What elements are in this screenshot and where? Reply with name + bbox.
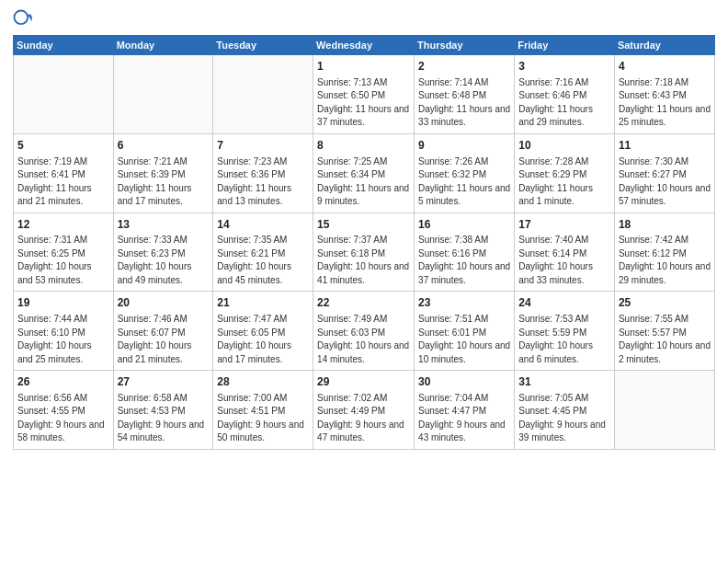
day-detail: Sunrise: 7:37 AM Sunset: 6:18 PM Dayligh… bbox=[317, 234, 410, 287]
calendar-cell: 15Sunrise: 7:37 AM Sunset: 6:18 PM Dayli… bbox=[313, 213, 415, 292]
day-number: 8 bbox=[317, 138, 410, 154]
weekday-header-row: SundayMondayTuesdayWednesdayThursdayFrid… bbox=[14, 36, 715, 55]
weekday-header-tuesday: Tuesday bbox=[213, 36, 313, 55]
weekday-header-saturday: Saturday bbox=[614, 36, 714, 55]
svg-point-0 bbox=[14, 10, 28, 24]
day-detail: Sunrise: 7:51 AM Sunset: 6:01 PM Dayligh… bbox=[418, 313, 510, 366]
day-detail: Sunrise: 7:02 AM Sunset: 4:49 PM Dayligh… bbox=[317, 392, 410, 445]
day-detail: Sunrise: 7:42 AM Sunset: 6:12 PM Dayligh… bbox=[619, 234, 711, 287]
day-number: 18 bbox=[619, 217, 711, 233]
day-number: 7 bbox=[217, 138, 309, 154]
day-detail: Sunrise: 7:05 AM Sunset: 4:45 PM Dayligh… bbox=[518, 392, 610, 445]
day-number: 24 bbox=[518, 295, 610, 311]
calendar-cell bbox=[213, 55, 313, 134]
day-number: 22 bbox=[317, 295, 410, 311]
logo-icon bbox=[13, 9, 33, 29]
logo bbox=[13, 9, 37, 29]
calendar-cell: 27Sunrise: 6:58 AM Sunset: 4:53 PM Dayli… bbox=[113, 371, 213, 450]
day-number: 31 bbox=[518, 374, 610, 390]
calendar-cell: 13Sunrise: 7:33 AM Sunset: 6:23 PM Dayli… bbox=[113, 213, 213, 292]
day-number: 20 bbox=[118, 295, 210, 311]
weekday-header-sunday: Sunday bbox=[14, 36, 114, 55]
day-detail: Sunrise: 7:35 AM Sunset: 6:21 PM Dayligh… bbox=[217, 234, 309, 287]
week-row-4: 26Sunrise: 6:56 AM Sunset: 4:55 PM Dayli… bbox=[14, 371, 715, 450]
calendar-cell: 26Sunrise: 6:56 AM Sunset: 4:55 PM Dayli… bbox=[14, 371, 114, 450]
day-detail: Sunrise: 7:04 AM Sunset: 4:47 PM Dayligh… bbox=[418, 392, 510, 445]
calendar-cell: 5Sunrise: 7:19 AM Sunset: 6:41 PM Daylig… bbox=[14, 133, 114, 213]
day-number: 15 bbox=[317, 217, 410, 233]
weekday-header-monday: Monday bbox=[113, 36, 213, 55]
day-detail: Sunrise: 7:19 AM Sunset: 6:41 PM Dayligh… bbox=[17, 155, 109, 209]
day-number: 16 bbox=[418, 217, 510, 233]
weekday-header-wednesday: Wednesday bbox=[313, 36, 415, 55]
day-number: 1 bbox=[317, 59, 410, 75]
calendar-cell: 8Sunrise: 7:25 AM Sunset: 6:34 PM Daylig… bbox=[313, 133, 415, 213]
calendar-cell: 4Sunrise: 7:18 AM Sunset: 6:43 PM Daylig… bbox=[614, 55, 714, 134]
day-detail: Sunrise: 7:33 AM Sunset: 6:23 PM Dayligh… bbox=[118, 234, 210, 287]
calendar-cell: 6Sunrise: 7:21 AM Sunset: 6:39 PM Daylig… bbox=[113, 133, 213, 213]
week-row-1: 5Sunrise: 7:19 AM Sunset: 6:41 PM Daylig… bbox=[14, 133, 715, 213]
day-number: 2 bbox=[418, 59, 510, 75]
day-number: 14 bbox=[217, 217, 309, 233]
day-detail: Sunrise: 7:25 AM Sunset: 6:34 PM Dayligh… bbox=[317, 155, 410, 209]
day-detail: Sunrise: 7:31 AM Sunset: 6:25 PM Dayligh… bbox=[17, 234, 109, 287]
day-detail: Sunrise: 7:14 AM Sunset: 6:48 PM Dayligh… bbox=[418, 76, 510, 130]
day-detail: Sunrise: 7:53 AM Sunset: 5:59 PM Dayligh… bbox=[518, 313, 610, 366]
calendar-cell: 12Sunrise: 7:31 AM Sunset: 6:25 PM Dayli… bbox=[14, 213, 114, 292]
weekday-header-friday: Friday bbox=[515, 36, 615, 55]
day-number: 26 bbox=[17, 374, 109, 390]
day-number: 10 bbox=[518, 138, 610, 154]
week-row-0: 1Sunrise: 7:13 AM Sunset: 6:50 PM Daylig… bbox=[14, 55, 715, 134]
calendar-cell: 7Sunrise: 7:23 AM Sunset: 6:36 PM Daylig… bbox=[213, 133, 313, 213]
day-number: 21 bbox=[217, 295, 309, 311]
day-number: 19 bbox=[17, 295, 109, 311]
day-number: 12 bbox=[17, 217, 109, 233]
calendar-cell: 14Sunrise: 7:35 AM Sunset: 6:21 PM Dayli… bbox=[213, 213, 313, 292]
day-detail: Sunrise: 7:44 AM Sunset: 6:10 PM Dayligh… bbox=[17, 313, 109, 366]
day-detail: Sunrise: 7:49 AM Sunset: 6:03 PM Dayligh… bbox=[317, 313, 410, 366]
header bbox=[13, 9, 715, 29]
calendar-cell: 10Sunrise: 7:28 AM Sunset: 6:29 PM Dayli… bbox=[515, 133, 615, 213]
calendar-cell: 28Sunrise: 7:00 AM Sunset: 4:51 PM Dayli… bbox=[213, 371, 313, 450]
calendar-cell: 11Sunrise: 7:30 AM Sunset: 6:27 PM Dayli… bbox=[614, 133, 714, 213]
day-detail: Sunrise: 7:46 AM Sunset: 6:07 PM Dayligh… bbox=[118, 313, 210, 366]
calendar-table: SundayMondayTuesdayWednesdayThursdayFrid… bbox=[13, 35, 715, 450]
calendar-cell bbox=[14, 55, 114, 134]
calendar-cell: 20Sunrise: 7:46 AM Sunset: 6:07 PM Dayli… bbox=[113, 292, 213, 371]
day-number: 5 bbox=[17, 138, 109, 154]
day-detail: Sunrise: 7:21 AM Sunset: 6:39 PM Dayligh… bbox=[118, 155, 210, 209]
day-detail: Sunrise: 7:40 AM Sunset: 6:14 PM Dayligh… bbox=[518, 234, 610, 287]
calendar-cell: 25Sunrise: 7:55 AM Sunset: 5:57 PM Dayli… bbox=[614, 292, 714, 371]
day-detail: Sunrise: 6:56 AM Sunset: 4:55 PM Dayligh… bbox=[17, 392, 109, 445]
calendar-cell: 22Sunrise: 7:49 AM Sunset: 6:03 PM Dayli… bbox=[313, 292, 415, 371]
day-detail: Sunrise: 7:16 AM Sunset: 6:46 PM Dayligh… bbox=[518, 76, 610, 130]
day-detail: Sunrise: 7:55 AM Sunset: 5:57 PM Dayligh… bbox=[619, 313, 711, 366]
day-number: 3 bbox=[518, 59, 610, 75]
week-row-3: 19Sunrise: 7:44 AM Sunset: 6:10 PM Dayli… bbox=[14, 292, 715, 371]
day-number: 17 bbox=[518, 217, 610, 233]
day-detail: Sunrise: 6:58 AM Sunset: 4:53 PM Dayligh… bbox=[118, 392, 210, 445]
day-number: 4 bbox=[619, 59, 711, 75]
day-detail: Sunrise: 7:47 AM Sunset: 6:05 PM Dayligh… bbox=[217, 313, 309, 366]
page-container: SundayMondayTuesdayWednesdayThursdayFrid… bbox=[0, 0, 728, 459]
calendar-cell: 19Sunrise: 7:44 AM Sunset: 6:10 PM Dayli… bbox=[14, 292, 114, 371]
calendar-cell: 17Sunrise: 7:40 AM Sunset: 6:14 PM Dayli… bbox=[515, 213, 615, 292]
day-detail: Sunrise: 7:28 AM Sunset: 6:29 PM Dayligh… bbox=[518, 155, 610, 209]
day-number: 29 bbox=[317, 374, 410, 390]
calendar-cell: 30Sunrise: 7:04 AM Sunset: 4:47 PM Dayli… bbox=[415, 371, 515, 450]
day-detail: Sunrise: 7:00 AM Sunset: 4:51 PM Dayligh… bbox=[217, 392, 309, 445]
calendar-cell: 21Sunrise: 7:47 AM Sunset: 6:05 PM Dayli… bbox=[213, 292, 313, 371]
day-number: 27 bbox=[118, 374, 210, 390]
day-number: 25 bbox=[619, 295, 711, 311]
calendar-cell: 18Sunrise: 7:42 AM Sunset: 6:12 PM Dayli… bbox=[614, 213, 714, 292]
day-number: 9 bbox=[418, 138, 510, 154]
day-number: 30 bbox=[418, 374, 510, 390]
calendar-cell: 24Sunrise: 7:53 AM Sunset: 5:59 PM Dayli… bbox=[515, 292, 615, 371]
calendar-cell: 1Sunrise: 7:13 AM Sunset: 6:50 PM Daylig… bbox=[313, 55, 415, 134]
calendar-cell: 29Sunrise: 7:02 AM Sunset: 4:49 PM Dayli… bbox=[313, 371, 415, 450]
calendar-cell: 16Sunrise: 7:38 AM Sunset: 6:16 PM Dayli… bbox=[415, 213, 515, 292]
day-detail: Sunrise: 7:13 AM Sunset: 6:50 PM Dayligh… bbox=[317, 76, 410, 130]
calendar-cell bbox=[113, 55, 213, 134]
calendar-cell: 3Sunrise: 7:16 AM Sunset: 6:46 PM Daylig… bbox=[515, 55, 615, 134]
day-number: 13 bbox=[118, 217, 210, 233]
